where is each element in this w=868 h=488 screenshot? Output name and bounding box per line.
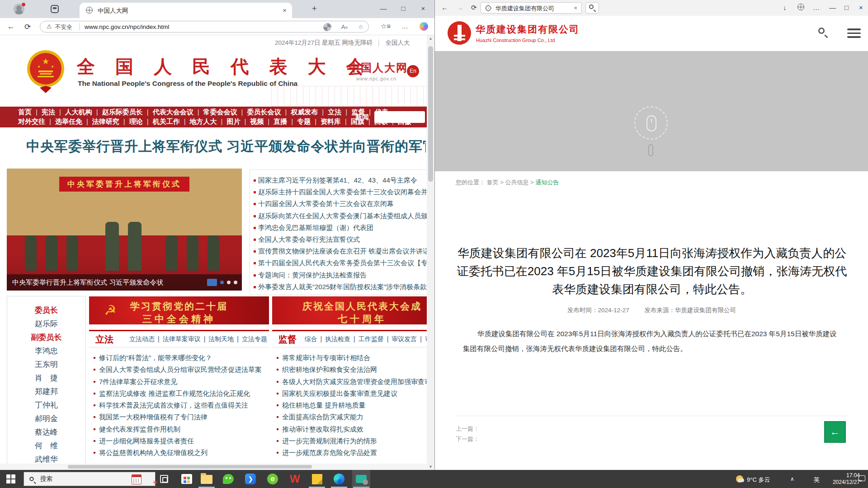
section-list-item[interactable]: 将常规审计与专项审计相结合: [272, 352, 427, 364]
section-list-item[interactable]: 进一步完善规制混淆行为的情形: [272, 435, 427, 447]
nav-item[interactable]: 赵乐际委员长: [92, 108, 143, 116]
back-to-list-button[interactable]: ←: [824, 421, 846, 443]
nav-item[interactable]: 资料库: [311, 117, 341, 125]
tab-close-icon[interactable]: ×: [283, 6, 287, 14]
slide-dot[interactable]: [234, 281, 237, 284]
site-search-input[interactable]: [374, 111, 425, 123]
section-list-item[interactable]: 推动审计整改取得扎实成效: [272, 423, 427, 435]
prev-article-link[interactable]: 上一篇：: [456, 425, 479, 433]
section-list-item[interactable]: 国家机关应积极提出备案审查意见建议: [272, 388, 427, 399]
section-tab[interactable]: 工作监督: [350, 335, 384, 343]
company-name[interactable]: 华质建设集团有限公司: [476, 23, 580, 36]
close-button[interactable]: ×: [414, 0, 432, 17]
sidebar-item[interactable]: 委员长: [7, 304, 85, 317]
news-list-item[interactable]: 外事委发言人就美“2025财年国防授权法案”涉华消极条款发: [250, 281, 427, 293]
app-screen-capture-icon[interactable]: [355, 473, 367, 485]
article-link[interactable]: 国家机关应积极提出备案审查意见建议: [282, 389, 397, 397]
forward-button[interactable]: →: [457, 4, 463, 11]
scrollbar-thumb[interactable]: [68, 465, 312, 469]
article-link[interactable]: 全国人大常委会组成人员分组审议民营经济促进法草案: [99, 366, 262, 373]
news-link[interactable]: 赵乐际主持十四届全国人大常委会第十三次会议闭幕会并作: [258, 188, 427, 196]
taskbar-clock[interactable]: 17:04 2024/12/27: [826, 472, 860, 486]
section-list-item[interactable]: 进一步规范废弃危险化学品处置: [272, 447, 427, 459]
clear-icon[interactable]: ×: [574, 5, 577, 11]
section-tab[interactable]: 审议发言: [384, 335, 417, 343]
nav-item[interactable]: 选举任免: [45, 117, 82, 125]
nav-item[interactable]: 图片: [217, 117, 241, 125]
breadcrumb-item[interactable]: 通知公告: [528, 179, 559, 186]
slide-dots[interactable]: [207, 279, 237, 286]
app-store-icon[interactable]: [181, 473, 193, 485]
section-list-item[interactable]: 将公益慈善机构纳入免征增值税之列: [89, 447, 269, 459]
news-search-label[interactable]: 新闻: [355, 113, 369, 122]
nav-item[interactable]: 直播: [264, 117, 287, 125]
utility-link[interactable]: 全国人大: [373, 39, 410, 46]
section-title[interactable]: 立法: [95, 333, 113, 346]
section-list-item[interactable]: 科学技术普及法完成首次修订，这些看点值得关注: [89, 399, 269, 411]
app-file-explorer-icon[interactable]: [201, 473, 212, 485]
sidebar-item[interactable]: 郝明金: [7, 412, 85, 426]
weather-icon[interactable]: [736, 475, 743, 483]
download-icon[interactable]: ↓: [783, 4, 787, 11]
minimize-button[interactable]: —: [374, 0, 392, 17]
nav-item[interactable]: 法律研究: [82, 117, 119, 125]
nav-item[interactable]: 立法: [318, 108, 341, 116]
section-list-item[interactable]: 7件法律草案公开征求意见: [89, 376, 269, 388]
article-link[interactable]: 推动审计整改取得扎实成效: [282, 425, 363, 433]
article-link[interactable]: 织密耕地保护和粮食安全法治网: [282, 366, 377, 373]
copilot-icon[interactable]: [420, 22, 428, 31]
app-green-e-icon[interactable]: e: [267, 473, 278, 485]
article-link[interactable]: 进一步完善规制混淆行为的情形: [282, 437, 377, 445]
nav-item[interactable]: 专题: [287, 117, 311, 125]
url-query[interactable]: 华质建设集团有限公司: [495, 5, 554, 13]
article-link[interactable]: 将常规审计与专项审计相结合: [282, 354, 370, 361]
scroll-down-arrow[interactable]: ▼: [427, 465, 434, 469]
minimize-button[interactable]: —: [829, 4, 836, 11]
article-link[interactable]: 各级人大对防灾减灾应急管理资金使用加强审查审议: [282, 378, 427, 385]
nav-item[interactable]: 对外交往: [18, 117, 45, 125]
article-link[interactable]: 7件法律草案公开征求意见: [99, 378, 177, 385]
refresh-button[interactable]: ⟳: [24, 22, 31, 32]
news-list-item[interactable]: 专题询问：黄河保护法执法检查报告: [250, 269, 427, 281]
sidebar-item[interactable]: 蔡达峰: [7, 426, 85, 439]
article-link[interactable]: 我国第一大税种增值税有了专门法律: [99, 413, 208, 421]
back-button[interactable]: ←: [7, 22, 15, 31]
task-view-icon[interactable]: [160, 475, 168, 483]
news-list-item[interactable]: 赵乐际向第六任全国人大常委会澳门基本法委组成人员颁发: [250, 210, 427, 222]
notification-center-icon[interactable]: [859, 475, 865, 481]
favorites-icon[interactable]: ☆≡: [381, 22, 391, 30]
section-list-item[interactable]: 全面提高综合防灾减灾能力: [272, 411, 427, 423]
back-button[interactable]: ←: [441, 4, 448, 11]
slide-dot[interactable]: [227, 281, 231, 284]
english-button[interactable]: En: [407, 65, 419, 77]
news-link[interactable]: 李鸿忠会见巴基斯坦穆盟（谢）代表团: [258, 224, 373, 231]
section-list-item[interactable]: 织密耕地保护和粮食安全法治网: [272, 364, 427, 375]
section-list-item[interactable]: 监察法完成修改 推进监察工作规范化法治化正规化: [89, 388, 269, 399]
app-blue-doc-icon[interactable]: ❯: [245, 473, 256, 485]
news-list-item[interactable]: 国家主席习近平分别签署第41、42、43、44号主席令: [250, 174, 427, 186]
anniversary-banner[interactable]: 庆祝全国人民代表大会成 七十周年: [272, 296, 427, 324]
app-edge-icon[interactable]: [333, 473, 345, 485]
photo-slideshow[interactable]: 中央军委晋升上将军衔仪式 中央军委举行晋升上将军衔仪式 习近平颁发命令状: [7, 169, 242, 291]
hidden-icons-chevron[interactable]: ∧: [790, 476, 794, 482]
nav-item[interactable]: 常委会会议: [193, 108, 237, 116]
start-button-icon[interactable]: [6, 474, 15, 483]
breadcrumb-item[interactable]: 首页: [487, 179, 499, 186]
section-list-item[interactable]: 稳住耕地总量 提升耕地质量: [272, 399, 427, 411]
nav-item[interactable]: 委员长会议: [237, 108, 281, 116]
section-list-item[interactable]: 进一步细化网络服务提供者责任: [89, 435, 269, 447]
taskbar-search[interactable]: 搜索 ✳ ✳: [24, 472, 156, 486]
sidebar-item[interactable]: 肖 捷: [7, 371, 85, 385]
app-wechat-icon[interactable]: [222, 473, 234, 485]
favorite-star-icon[interactable]: ☆: [357, 23, 365, 31]
close-button[interactable]: ×: [859, 4, 863, 11]
app-wps-icon[interactable]: W: [289, 473, 301, 485]
nav-item[interactable]: 代表大会会议: [143, 108, 193, 116]
section-list-item[interactable]: 修订后的“科普法”，能带来哪些变化？: [89, 352, 269, 364]
workspaces-icon[interactable]: [51, 5, 59, 13]
nav-item[interactable]: 视频: [240, 117, 264, 125]
browser-tab[interactable]: 中国人大网 ×: [80, 3, 292, 18]
nav-item[interactable]: 首页: [18, 108, 32, 116]
article-link[interactable]: 将公益慈善机构纳入免征增值税之列: [99, 449, 208, 456]
scroll-up-arrow[interactable]: ▲: [427, 36, 434, 41]
